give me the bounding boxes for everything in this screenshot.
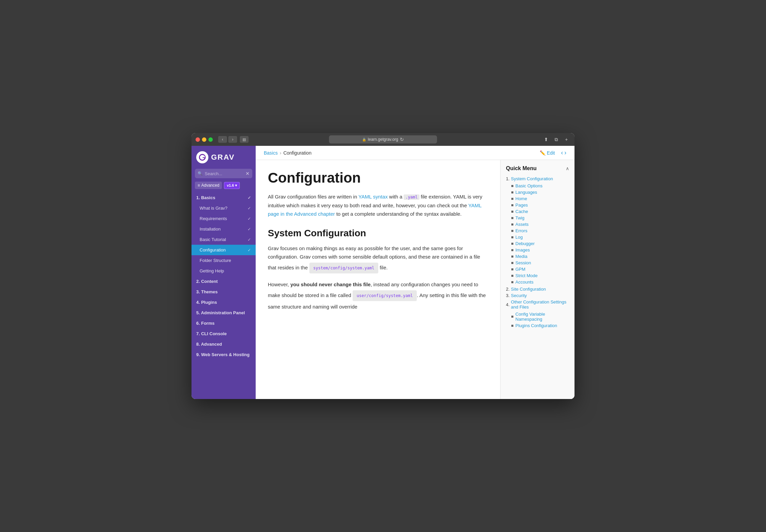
clear-search-icon[interactable]: ✕ xyxy=(246,171,250,176)
prev-page-button[interactable]: ‹ xyxy=(561,149,563,156)
edit-icon: ✏️ xyxy=(540,150,545,156)
bullet-icon xyxy=(511,275,513,277)
version-badge[interactable]: v1.6 ▾ xyxy=(224,182,239,189)
yaml-page-link[interactable]: YAML page in the Advanced chapter xyxy=(268,203,482,217)
qm-sub-cache[interactable]: Cache xyxy=(506,208,569,215)
qm-sub-media[interactable]: Media xyxy=(506,253,569,260)
qm-sub-home[interactable]: Home xyxy=(506,195,569,202)
sidebar-item-configuration[interactable]: Configuration ✓ xyxy=(192,245,256,255)
qm-section-1: 1. System Configuration Basic Options La… xyxy=(506,176,569,285)
sidebar-item-requirements[interactable]: Requirements ✓ xyxy=(192,213,256,224)
nav-label: What is Grav? xyxy=(200,206,227,211)
sidebar-item-folder-structure[interactable]: Folder Structure xyxy=(192,255,256,266)
maximize-button[interactable] xyxy=(208,137,213,142)
qm-sub-languages[interactable]: Languages xyxy=(506,189,569,195)
qm-sub-pages[interactable]: Pages xyxy=(506,202,569,208)
logo-icon xyxy=(196,151,208,163)
yaml-syntax-link[interactable]: YAML syntax xyxy=(358,194,388,200)
qm-sub-label: Home xyxy=(515,196,527,201)
bullet-icon xyxy=(511,191,513,193)
qm-section-2-header[interactable]: 2. Site Configuration xyxy=(506,287,569,292)
qm-sub-images[interactable]: Images xyxy=(506,247,569,253)
sidebar-item-what-is-grav[interactable]: What is Grav? ✓ xyxy=(192,203,256,213)
qm-sub-session[interactable]: Session xyxy=(506,260,569,266)
qm-sub-label: Config Variable Namespacing xyxy=(515,312,569,322)
sidebar-nav: 1. Basics ✓ What is Grav? ✓ Requirements… xyxy=(192,192,256,360)
advanced-button[interactable]: ≡ Advanced xyxy=(195,182,222,189)
close-button[interactable] xyxy=(196,137,200,142)
qm-section-3-header[interactable]: 3. Security xyxy=(506,293,569,298)
system-config-title: System Configuration xyxy=(268,228,488,239)
edit-button[interactable]: ✏️ Edit xyxy=(540,150,555,156)
qm-sub-debugger[interactable]: Debugger xyxy=(506,240,569,247)
sidebar-item-web-servers[interactable]: 9. Web Servers & Hosting xyxy=(192,349,256,360)
qm-section-4-header[interactable]: 4. Other Configuration Settings and File… xyxy=(506,299,569,310)
back-button[interactable]: ‹ xyxy=(218,136,227,143)
qm-sub-accounts[interactable]: Accounts xyxy=(506,279,569,285)
bullet-icon xyxy=(511,325,513,327)
browser-nav: ‹ › xyxy=(218,136,237,143)
article-area: Configuration All Grav configuration fil… xyxy=(256,160,500,399)
nav-label: 2. Content xyxy=(196,279,218,284)
quick-menu-title: Quick Menu xyxy=(506,165,537,171)
sidebar-item-installation[interactable]: Installation ✓ xyxy=(192,224,256,234)
search-icon: 🔍 xyxy=(198,171,203,176)
url-bar[interactable]: 🔒 learn.getgrav.org ↻ xyxy=(329,135,437,143)
qm-sub-label: Images xyxy=(515,247,530,252)
share-button[interactable]: ⬆ xyxy=(542,135,550,143)
qm-sub-label: Languages xyxy=(515,190,537,195)
forward-button[interactable]: › xyxy=(228,136,237,143)
content-header: Basics › Configuration ✏️ Edit ‹ › xyxy=(256,146,574,160)
system-config-code: system/config/system.yaml xyxy=(309,263,379,273)
qm-sub-label: Pages xyxy=(515,203,528,208)
sidebar-item-forms[interactable]: 6. Forms xyxy=(192,318,256,328)
new-tab-button[interactable]: ⧉ xyxy=(552,135,560,143)
nav-label: 5. Administration Panel xyxy=(196,310,245,315)
qm-section-3-label: Security xyxy=(511,293,527,298)
nav-label: 4. Plugins xyxy=(196,300,217,305)
sidebar-item-getting-help[interactable]: Getting Help xyxy=(192,266,256,276)
sidebar-item-basic-tutorial[interactable]: Basic Tutorial ✓ xyxy=(192,234,256,245)
version-text: v1.6 xyxy=(227,183,234,187)
reload-button[interactable]: ↻ xyxy=(400,137,404,142)
search-input[interactable] xyxy=(205,171,244,176)
next-page-button[interactable]: › xyxy=(564,149,566,156)
sidebar-toggle-button[interactable]: ▤ xyxy=(240,136,249,143)
qm-sub-config-variable[interactable]: Config Variable Namespacing xyxy=(506,311,569,322)
qm-sub-assets[interactable]: Assets xyxy=(506,221,569,228)
sidebar-search-bar[interactable]: 🔍 ✕ xyxy=(195,169,252,178)
collapse-button[interactable]: ∧ xyxy=(566,166,569,171)
sidebar-item-plugins[interactable]: 4. Plugins xyxy=(192,297,256,308)
qm-sub-label: Log xyxy=(515,235,523,240)
bullet-icon xyxy=(511,256,513,258)
bullet-icon xyxy=(511,249,513,251)
qm-sub-label: Errors xyxy=(515,228,527,233)
sidebar-item-themes[interactable]: 3. Themes xyxy=(192,287,256,297)
qm-sub-gpm[interactable]: GPM xyxy=(506,266,569,272)
sidebar-item-content[interactable]: 2. Content xyxy=(192,276,256,287)
header-nav-buttons: ‹ › xyxy=(561,149,566,156)
sidebar-item-basics[interactable]: 1. Basics ✓ xyxy=(192,192,256,203)
titlebar: ‹ › ▤ 🔒 learn.getgrav.org ↻ ⬆ ⧉ + xyxy=(192,133,574,146)
qm-sub-errors[interactable]: Errors xyxy=(506,228,569,234)
nav-label: Folder Structure xyxy=(200,258,231,263)
sidebar-item-advanced[interactable]: 8. Advanced xyxy=(192,339,256,349)
main-layout: GRAV 🔍 ✕ ≡ Advanced v1.6 ▾ xyxy=(192,146,574,399)
qm-section-1-header[interactable]: 1. System Configuration xyxy=(506,176,569,181)
add-tab-button[interactable]: + xyxy=(562,135,570,143)
qm-section-1-label: System Configuration xyxy=(511,176,553,181)
qm-sub-plugins-config[interactable]: Plugins Configuration xyxy=(506,322,569,329)
sidebar-item-admin-panel[interactable]: 5. Administration Panel xyxy=(192,308,256,318)
qm-sub-twig[interactable]: Twig xyxy=(506,215,569,221)
qm-sub-label: Debugger xyxy=(515,241,535,246)
qm-sub-basic-options[interactable]: Basic Options xyxy=(506,183,569,189)
sidebar-item-cli-console[interactable]: 7. CLI Console xyxy=(192,328,256,339)
breadcrumb-current: Configuration xyxy=(283,150,311,156)
system-config-text3: However, you should never change this fi… xyxy=(268,280,488,311)
qm-section-4-label: Other Configuration Settings and Files xyxy=(511,299,569,310)
minimize-button[interactable] xyxy=(202,137,206,142)
qm-sub-log[interactable]: Log xyxy=(506,234,569,240)
qm-sub-strict-mode[interactable]: Strict Mode xyxy=(506,272,569,279)
bullet-icon xyxy=(511,217,513,219)
breadcrumb-parent-link[interactable]: Basics xyxy=(264,150,278,156)
